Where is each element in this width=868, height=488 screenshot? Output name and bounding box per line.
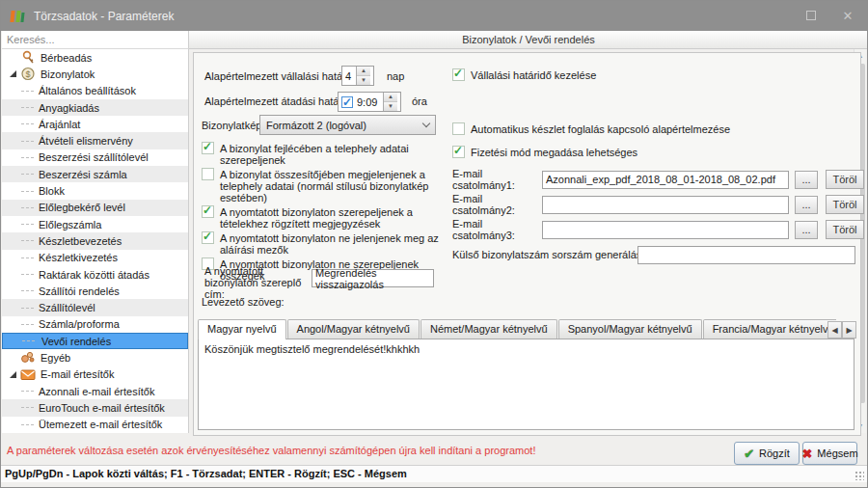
checkbox-left-4[interactable]: A nyomtatott bizonylaton ne jelenjenek m… [202, 231, 450, 256]
check-icon: ✔ [744, 447, 754, 461]
checkbox-left-1[interactable]: A bizonylat fejlécében a telephely adata… [202, 142, 450, 166]
tree-item-label: Előlegbekérő levél [39, 202, 125, 213]
search-input[interactable]: Keresés... [2, 31, 189, 49]
checkbox-left-2[interactable]: A bizonylat összesítőjében megjelenjenek… [202, 168, 450, 203]
documents-icon: $ [20, 67, 36, 81]
tab-scroll-right-icon[interactable]: ▶ [842, 321, 856, 339]
delete-attachment-button[interactable]: Töröl [826, 220, 864, 239]
tree-item-beszerz-si-sz-ll-t-lev-l[interactable]: Beszerzési szállítólevél [2, 149, 188, 166]
tree-item-label: E-mail értesítők [41, 368, 114, 380]
tree-branch-line [21, 407, 34, 408]
expander-icon[interactable] [10, 371, 16, 378]
tree-item-label: Szállítói rendelés [39, 285, 120, 297]
checkbox-icon[interactable] [452, 122, 465, 135]
tab-spanyol-magyar-k-tnyelv-[interactable]: Spanyol/Magyar kétnyelvű [558, 319, 702, 339]
tree-item--raj-nlat[interactable]: Árajánlat [2, 116, 188, 132]
cim-input[interactable]: Megrendelés visszaigazolás [312, 269, 434, 287]
tree-item-b-rbead-s[interactable]: Bérbeadás [2, 49, 188, 66]
levezeto-textarea[interactable]: Köszönjük megtisztelő megrendelését!khkh… [198, 339, 854, 430]
tab-magyar-nyelv-[interactable]: Magyar nyelvű [198, 319, 286, 339]
tree-item-rakt-rak-k-z-tti-tad-s[interactable]: Raktárak közötti átadás [2, 266, 188, 283]
tree-item-azonnali-e-mail-rtes-t-k[interactable]: Azonnali e-mail értesítők [2, 383, 188, 399]
tree-item-label: Anyagkiadás [39, 102, 99, 114]
browse-button[interactable]: ... [795, 196, 818, 214]
tree-item-k-szletbevezet-s[interactable]: Készletbevezetés [2, 232, 188, 249]
email-input[interactable] [542, 221, 789, 239]
x-icon: ✖ [801, 447, 812, 461]
tree-branch-line [21, 258, 34, 258]
tree-item-label: Beszerzési számla [39, 169, 127, 180]
spinner-arrows-icon[interactable]: ▲▼ [383, 93, 397, 111]
email-label: E-mail csatolmány1: [452, 168, 542, 191]
email-attachment-row: E-mail csatolmány2:...Töröl [452, 195, 864, 214]
tree-item--temezett-e-mail-rtes-t-k[interactable]: Ütemezett e-mail értesítők [2, 417, 188, 433]
bizonylatkep-dropdown[interactable]: Formázott 2 (logóval) [259, 115, 436, 135]
delete-attachment-button[interactable]: Töröl [826, 170, 864, 189]
checkbox-left-3[interactable]: A nyomtatott bizonylaton szerepeljenek a… [202, 205, 450, 230]
browse-button[interactable]: ... [795, 221, 818, 239]
checkbox-label: Automatikus készlet foglalás kapcsoló al… [471, 122, 730, 135]
checkbox-icon[interactable] [202, 168, 214, 180]
tree-item-egy-b[interactable]: Egyéb [2, 349, 188, 366]
close-icon[interactable]: ✕ [840, 9, 855, 23]
spinner-arrows-icon[interactable]: ▲▼ [356, 67, 370, 85]
checkbox-icon[interactable] [452, 68, 465, 81]
tree-item-el-legsz-mla[interactable]: Előlegszámla [2, 216, 188, 232]
delete-attachment-button[interactable]: Töröl [826, 195, 864, 214]
resize-grip-icon[interactable] [854, 471, 864, 480]
checkbox-label: Vállalási határidő kezelése [471, 68, 596, 81]
expander-icon[interactable] [10, 70, 16, 77]
tree-item-sz-mla-proforma[interactable]: Számla/proforma [2, 316, 188, 333]
save-button[interactable]: ✔ Rögzít [734, 442, 800, 465]
tree-item-eurotouch-e-mail-rtes-t-k[interactable]: EuroTouch e-mail értesítők [2, 399, 188, 416]
checkbox-right-2[interactable]: Automatikus készlet foglalás kapcsoló al… [452, 122, 838, 135]
email-attachment-row: E-mail csatolmány1:Azonnali_exp_pdf_2018… [452, 170, 864, 189]
tree-item-bizonylatok[interactable]: $Bizonylatok [2, 66, 188, 82]
checkbox-right-3[interactable]: Fizetési mód megadása lehetséges [452, 146, 838, 158]
tree-item-blokk[interactable]: Blokk [2, 182, 188, 199]
tree-item-label: EuroTouch e-mail értesítők [39, 402, 165, 414]
tree-item-sz-ll-t-lev-l[interactable]: Szállítólevél [2, 299, 188, 315]
vallalasi-unit: nap [387, 70, 404, 82]
svg-text:$: $ [25, 69, 30, 79]
tree-item-k-szletkivezet-s[interactable]: Készletkivezetés [2, 250, 188, 266]
tree-item-label: Árajánlat [39, 119, 80, 130]
kulso-input[interactable] [637, 246, 855, 264]
vallalasi-spinner[interactable]: 4 ▲▼ [341, 66, 374, 86]
tab-angol-magyar-k-tnyelv-[interactable]: Angol/Magyar kétnyelvű [287, 319, 420, 339]
tab-francia-magyar-k-tnyelv-[interactable]: Francia/Magyar kétnyelvű [703, 319, 836, 339]
tab-n-met-magyar-k-tnyelv-[interactable]: Német/Magyar kétnyelvű [420, 319, 557, 339]
browse-button[interactable]: ... [795, 171, 818, 189]
tree-item--ltal-nos-be-ll-t-sok[interactable]: Általános beállítások [2, 83, 188, 99]
tree-item-el-legbek-r-lev-l[interactable]: Előlegbekérő levél [2, 200, 188, 216]
left-checkbox-group: A bizonylat fejlécében a telephely adata… [202, 142, 450, 284]
tree-item-vev-i-rendel-s[interactable]: Vevői rendelés [2, 333, 188, 349]
checkbox-icon[interactable] [452, 146, 465, 158]
tree-item-e-mail-rtes-t-k[interactable]: E-mail értesítők [2, 366, 188, 383]
rental-icon [20, 50, 36, 65]
maximize-icon[interactable] [803, 9, 819, 23]
tab-scroll-left-icon[interactable]: ◀ [827, 321, 842, 339]
atadasi-checkbox[interactable] [341, 96, 353, 108]
tree-item--tv-teli-elismerv-ny[interactable]: Átvételi elismervény [2, 132, 188, 149]
email-input[interactable]: Azonnali_exp_pdf_2018_08_01-2018_08_02.p… [542, 171, 789, 189]
tree-item-label: Ütemezett e-mail értesítők [39, 419, 162, 430]
atadasi-time-editor[interactable]: 9:09 ▲▼ [338, 92, 401, 112]
bizonylatkep-label: Bizonylatkép: [202, 120, 264, 131]
window-title: Törzsadatok - Paraméterek [34, 10, 174, 23]
tree-item-beszerz-si-sz-mla[interactable]: Beszerzési számla [2, 166, 188, 182]
checkbox-icon[interactable] [202, 142, 214, 154]
checkbox-icon[interactable] [202, 231, 214, 244]
email-input[interactable] [542, 196, 789, 214]
checkbox-icon[interactable] [202, 205, 214, 218]
tree-item-sz-ll-t-i-rendel-s[interactable]: Szállítói rendelés [2, 283, 188, 299]
tree-item-label: Blokk [39, 185, 65, 197]
email-label: E-mail csatolmány3: [452, 218, 542, 241]
checkbox-right-1[interactable]: Vállalási határidő kezelése [452, 68, 838, 81]
tree-item-anyagkiad-s[interactable]: Anyagkiadás [2, 99, 188, 116]
tree-item-label: Raktárak közötti átadás [39, 269, 149, 281]
tree-branch-line [21, 107, 34, 108]
tree-branch-line [21, 308, 34, 309]
tree-branch-line [21, 191, 34, 192]
cancel-button[interactable]: ✖ Mégsem [802, 442, 857, 465]
